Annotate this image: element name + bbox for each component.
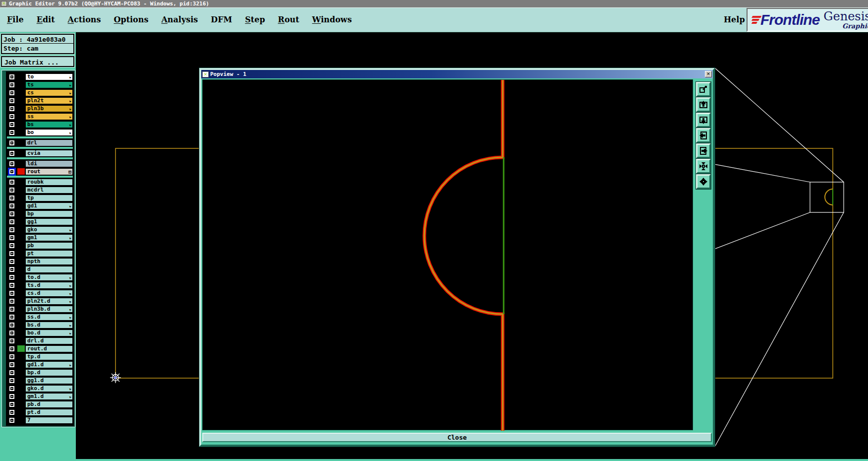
menu-item-help[interactable]: Help xyxy=(724,15,745,24)
layer-name-npth[interactable]: npth xyxy=(25,258,73,265)
layer-visibility-checkbox[interactable] xyxy=(9,259,14,264)
layer-name-pb.d[interactable]: pb.d xyxy=(25,401,73,408)
menu-item-options[interactable]: Options xyxy=(114,15,149,24)
layer-color-swatch[interactable] xyxy=(17,314,25,320)
layer-name-d[interactable]: d xyxy=(25,266,73,273)
menu-item-edit[interactable]: Edit xyxy=(37,15,55,24)
layer-color-swatch[interactable] xyxy=(17,121,25,128)
layer-visibility-checkbox[interactable] xyxy=(9,196,14,200)
layer-visibility-checkbox[interactable] xyxy=(9,106,14,111)
layer-visibility-checkbox[interactable] xyxy=(9,354,14,359)
layer-name-pt.d[interactable]: pt.d xyxy=(25,409,73,416)
layer-name-rout[interactable]: rout⊞ xyxy=(25,168,73,175)
layer-name-bs.d[interactable]: bs.d➤ xyxy=(25,322,73,329)
layer-name-ts.d[interactable]: ts.d➤ xyxy=(25,282,73,289)
layer-visibility-checkbox[interactable] xyxy=(9,188,14,193)
pan-down-button[interactable] xyxy=(696,113,711,128)
layer-color-swatch[interactable] xyxy=(17,105,25,112)
layer-name-cs[interactable]: cs➤ xyxy=(25,89,73,96)
layer-visibility-checkbox[interactable] xyxy=(9,219,14,224)
layer-visibility-checkbox[interactable] xyxy=(9,386,14,391)
layer-visibility-checkbox[interactable] xyxy=(9,330,14,335)
zoom-contract-button[interactable] xyxy=(696,159,711,174)
layer-visibility-checkbox[interactable] xyxy=(9,235,14,240)
popview-close-x-button[interactable]: ✕ xyxy=(705,71,712,77)
layer-name-cvia[interactable]: cvia xyxy=(25,150,73,157)
step-name[interactable]: Step: cam xyxy=(2,44,73,53)
layer-visibility-checkbox[interactable] xyxy=(9,122,14,127)
layer-visibility-checkbox[interactable] xyxy=(9,180,14,185)
layer-name-bs[interactable]: bs➤ xyxy=(25,121,73,128)
layer-name-gko[interactable]: gko➤ xyxy=(25,226,73,233)
layer-name-gko.d[interactable]: gko.d➤ xyxy=(25,385,73,392)
layer-name-pb[interactable]: pb xyxy=(25,242,73,249)
layer-color-swatch[interactable] xyxy=(17,202,25,209)
layer-color-swatch[interactable] xyxy=(17,345,25,352)
layer-color-swatch[interactable] xyxy=(17,409,25,415)
layer-color-swatch[interactable] xyxy=(17,242,25,249)
layer-color-swatch[interactable] xyxy=(17,322,25,328)
menu-item-analysis[interactable]: Analysis xyxy=(161,15,198,24)
layer-name-bp[interactable]: bp xyxy=(25,210,73,217)
layer-visibility-checkbox[interactable] xyxy=(9,275,14,280)
layer-color-swatch[interactable] xyxy=(17,179,25,185)
job-name[interactable]: Job : 4a91e083a0 xyxy=(2,35,73,44)
layer-name-to[interactable]: to➤ xyxy=(25,73,73,80)
layer-name-gd1.d[interactable]: gd1.d➤ xyxy=(25,361,73,368)
layer-visibility-checkbox[interactable] xyxy=(9,251,14,256)
layer-name-ss.d[interactable]: ss.d➤ xyxy=(25,314,73,321)
layer-name-pln3b.d[interactable]: pln3b.d➤ xyxy=(25,306,73,313)
layer-color-swatch[interactable] xyxy=(17,306,25,312)
layer-color-swatch[interactable] xyxy=(17,329,25,336)
layer-color-swatch[interactable] xyxy=(17,250,25,257)
popview-close-button[interactable]: Close xyxy=(202,433,712,442)
layer-color-swatch[interactable] xyxy=(17,160,25,167)
layer-name-bo.d[interactable]: bo.d➤ xyxy=(25,329,73,336)
open-popview-button[interactable] xyxy=(696,82,711,97)
pan-right-button[interactable] xyxy=(696,143,711,158)
layer-name-ss[interactable]: ss➤ xyxy=(25,113,73,120)
layer-color-swatch[interactable] xyxy=(17,417,25,423)
layer-color-swatch[interactable] xyxy=(17,401,25,407)
layer-name-rout.d[interactable]: rout.d xyxy=(25,345,73,352)
app-window-icon[interactable]: ✕ xyxy=(1,1,7,6)
layer-visibility-checkbox[interactable] xyxy=(9,283,14,288)
layer-color-swatch[interactable] xyxy=(17,97,25,104)
layer-name-drl[interactable]: drl xyxy=(25,139,73,146)
layer-name-pt[interactable]: pt xyxy=(25,250,73,257)
layer-visibility-checkbox[interactable] xyxy=(9,130,14,135)
menu-item-windows[interactable]: Windows xyxy=(312,15,352,24)
layer-visibility-checkbox[interactable] xyxy=(9,346,14,351)
layer-visibility-checkbox[interactable] xyxy=(9,161,14,166)
layer-visibility-checkbox[interactable] xyxy=(9,418,14,423)
layer-name-gg1[interactable]: gg1 xyxy=(25,218,73,225)
layer-name-gm1.d[interactable]: gm1.d➤ xyxy=(25,393,73,400)
layer-color-swatch[interactable] xyxy=(17,393,25,399)
layer-color-swatch[interactable] xyxy=(17,113,25,120)
menu-item-dfm[interactable]: DFM xyxy=(211,15,232,24)
layer-name-gg1.d[interactable]: gg1.d xyxy=(25,377,73,384)
pan-up-button[interactable] xyxy=(696,97,711,112)
layer-color-swatch[interactable] xyxy=(17,282,25,288)
layer-visibility-checkbox[interactable] xyxy=(9,211,14,216)
layer-visibility-checkbox[interactable] xyxy=(9,315,14,320)
layer-visibility-checkbox[interactable] xyxy=(9,291,14,296)
layer-color-swatch[interactable] xyxy=(17,81,25,88)
menu-item-file[interactable]: File xyxy=(7,15,24,24)
layer-color-swatch[interactable] xyxy=(17,353,25,360)
layer-color-swatch[interactable] xyxy=(17,187,25,193)
layer-visibility-checkbox[interactable] xyxy=(9,90,14,95)
layer-name-pln2t.d[interactable]: pln2t.d➤ xyxy=(25,298,73,305)
layer-color-swatch[interactable] xyxy=(17,195,25,201)
menu-item-rout[interactable]: Rout xyxy=(278,15,299,24)
layer-name-tp.d[interactable]: tp.d xyxy=(25,353,73,360)
layer-visibility-checkbox[interactable] xyxy=(9,169,14,174)
layer-visibility-checkbox[interactable] xyxy=(9,362,14,367)
layer-visibility-checkbox[interactable] xyxy=(9,114,14,119)
layer-visibility-checkbox[interactable] xyxy=(9,402,14,407)
layer-visibility-checkbox[interactable] xyxy=(9,74,14,79)
layer-visibility-checkbox[interactable] xyxy=(9,338,14,343)
layer-name-ldi[interactable]: ldi xyxy=(25,160,73,167)
layer-name-7[interactable]: 7 xyxy=(25,417,73,424)
layer-color-swatch[interactable] xyxy=(17,210,25,217)
